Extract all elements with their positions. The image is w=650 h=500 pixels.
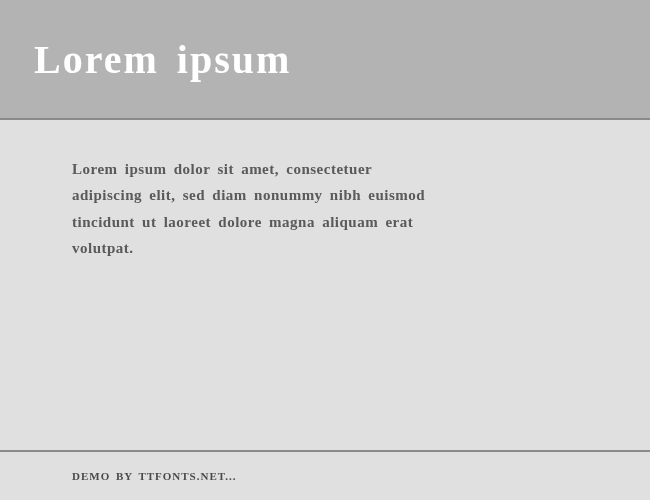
header: Lorem ipsum	[0, 0, 650, 120]
content-area: Lorem ipsum dolor sit amet, consectetuer…	[0, 120, 650, 450]
footer-text: DEMO BY TTFONTS.NET...	[72, 470, 237, 482]
page-title: Lorem ipsum	[34, 36, 291, 83]
body-paragraph: Lorem ipsum dolor sit amet, consectetuer…	[72, 156, 442, 261]
footer: DEMO BY TTFONTS.NET...	[0, 450, 650, 500]
